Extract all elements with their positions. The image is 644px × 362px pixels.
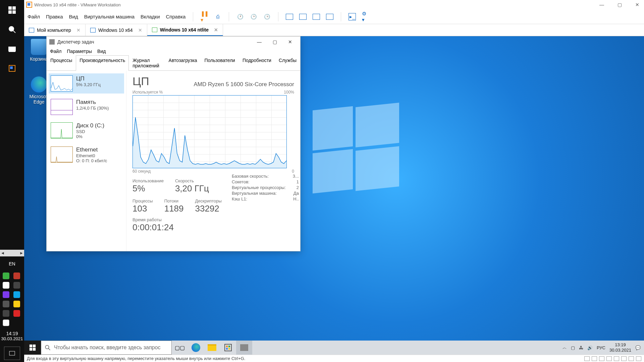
device-icon[interactable] — [584, 356, 590, 361]
tm-tab-apphistory[interactable]: Журнал приложений — [129, 55, 165, 70]
guest-edge-icon[interactable] — [188, 341, 204, 355]
toolbar-snapshot2-icon[interactable]: 🕑 — [250, 13, 257, 20]
host-taskbar-scroll[interactable]: ◄► — [0, 250, 24, 256]
toolbar-settings-icon[interactable]: ⚙ ▾ — [362, 13, 369, 20]
cpu-info-list: Базовая скорость:3... Сокетов:1 Виртуаль… — [232, 174, 299, 233]
host-show-desktop[interactable] — [4, 347, 20, 360]
tab-my-computer[interactable]: Мой компьютер✕ — [24, 24, 86, 36]
menu-edit[interactable]: Правка — [46, 14, 63, 19]
tm-tab-users[interactable]: Пользователи — [201, 55, 239, 70]
vmware-logo-icon — [26, 2, 32, 8]
tray-chevron-up-icon[interactable]: ︿ — [562, 345, 567, 351]
toolbar-pause-icon[interactable]: ❚❚ ▾ — [201, 13, 208, 20]
tm-tab-services[interactable]: Службы — [275, 55, 300, 70]
tray-notifications-icon[interactable]: 💬 — [635, 345, 641, 350]
host-lang-indicator[interactable]: EN — [9, 261, 15, 266]
task-manager-window: Диспетчер задач — ▢ ✕ Файл Параметры Вид… — [46, 36, 301, 251]
tray-icon-6[interactable] — [13, 291, 20, 298]
device-icon[interactable] — [606, 356, 612, 361]
toolbar-send-icon[interactable]: ⎙ — [214, 13, 221, 20]
tm-menu-file[interactable]: Файл — [50, 49, 61, 54]
sidebar-item-ethernet[interactable]: EthernetEthernet0О: 0 П: 0 кбит/с — [49, 144, 124, 165]
vmware-close-button[interactable]: ✕ — [633, 1, 642, 9]
host-vmware-button[interactable] — [4, 60, 20, 76]
sidebar-item-memory[interactable]: Память1,2/4,0 ГБ (30%) — [49, 97, 124, 117]
guest-store-icon[interactable] — [220, 341, 236, 355]
memory-minichart — [51, 99, 73, 115]
guest-taskview-icon[interactable]: ▢▢ — [172, 341, 188, 355]
tray-icon-3[interactable] — [3, 282, 9, 289]
toolbar-snapshot-icon[interactable]: 🕐 — [236, 13, 244, 20]
tm-tab-performance[interactable]: Производительность — [76, 55, 129, 71]
menu-file[interactable]: Файл — [28, 14, 40, 19]
cpu-minichart — [51, 75, 73, 92]
tm-minimize-button[interactable]: — — [252, 37, 267, 47]
guest-explorer-icon[interactable] — [204, 341, 220, 355]
close-icon[interactable]: ✕ — [76, 27, 80, 33]
vmware-maximize-button[interactable]: ▢ — [615, 1, 625, 9]
host-date: 30.03.2021 — [1, 336, 23, 341]
tray-volume-icon[interactable] — [3, 319, 9, 326]
tray-icon-8[interactable] — [13, 301, 20, 307]
tm-tab-processes[interactable]: Процессы — [47, 55, 76, 70]
device-icon[interactable] — [614, 356, 619, 361]
close-icon[interactable]: ✕ — [214, 27, 218, 33]
tray-icon-9[interactable] — [3, 310, 9, 317]
device-icon[interactable] — [636, 356, 641, 361]
toolbar-fullscreen-icon[interactable] — [313, 13, 320, 20]
tray-icon-4[interactable] — [13, 282, 20, 289]
tray-icon-5[interactable] — [3, 291, 9, 298]
sidebar-item-disk[interactable]: Диск 0 (C:)SSD0% — [49, 120, 124, 141]
close-icon[interactable]: ✕ — [138, 27, 142, 33]
tray-icon-1[interactable] — [3, 273, 9, 279]
guest-taskmgr-icon[interactable] — [236, 341, 252, 355]
guest-lang[interactable]: РУС — [597, 345, 605, 350]
tray-volume-icon[interactable]: 🔊 — [587, 345, 593, 350]
device-icon[interactable] — [629, 356, 634, 361]
vmware-tabs: Мой компьютер✕ Windows 10 x64✕ Windows 1… — [24, 24, 644, 36]
host-taskview-button[interactable] — [4, 41, 20, 57]
toolbar-snapshot3-icon[interactable]: 🕒 — [263, 13, 271, 20]
toolbar-console-icon[interactable]: ▸_ — [348, 13, 356, 20]
windows-logo-wallpaper — [313, 108, 398, 194]
tm-menu-options[interactable]: Параметры — [67, 49, 92, 54]
tray-icon-2[interactable] — [13, 273, 20, 279]
tm-menu-view[interactable]: Вид — [97, 49, 106, 54]
tm-tab-details[interactable]: Подробности — [239, 55, 275, 70]
tm-tab-startup[interactable]: Автозагрузка — [165, 55, 201, 70]
toolbar-view2-icon[interactable] — [299, 13, 307, 20]
menu-help[interactable]: Справка — [166, 14, 186, 19]
device-icon[interactable] — [592, 356, 597, 361]
menu-view[interactable]: Вид — [69, 14, 78, 19]
recycle-bin-icon — [31, 39, 47, 55]
toolbar-unity-icon[interactable] — [326, 13, 333, 20]
tray-icon-7[interactable] — [3, 301, 9, 307]
host-search-button[interactable] — [4, 21, 20, 38]
tray-icon-10[interactable] — [13, 310, 20, 317]
guest-clock[interactable]: 13:1930.03.2021 — [609, 342, 631, 353]
tm-tabs: Процессы Производительность Журнал прило… — [47, 55, 300, 71]
vmware-minimize-button[interactable]: — — [597, 1, 607, 9]
menu-tabs[interactable]: Вкладки — [141, 14, 160, 19]
tm-titlebar[interactable]: Диспетчер задач — ▢ ✕ — [47, 37, 300, 47]
toolbar-view1-icon[interactable] — [286, 13, 293, 20]
sidebar-item-cpu[interactable]: ЦП5% 3,20 ГГц — [49, 73, 124, 94]
device-icon[interactable] — [621, 356, 627, 361]
guest-search-box[interactable]: Чтобы начать поиск, введите здесь запрос — [41, 341, 172, 355]
guest-start-button[interactable] — [24, 341, 41, 355]
edge-icon — [31, 76, 47, 93]
tm-app-icon — [49, 39, 55, 45]
host-clock[interactable]: 14:19 30.03.2021 — [1, 331, 23, 343]
tab-win10-ntlite[interactable]: Windows 10 x64 ntlite✕ — [147, 24, 223, 36]
monitor-icon — [29, 28, 34, 33]
device-icon[interactable] — [599, 356, 604, 361]
menu-vm[interactable]: Виртуальная машина — [84, 14, 135, 19]
tray-onedrive-icon[interactable]: ▢ — [571, 345, 575, 350]
tm-close-button[interactable]: ✕ — [283, 37, 298, 47]
svg-rect-3 — [12, 10, 16, 14]
host-start-button[interactable] — [4, 2, 20, 18]
tm-maximize-button[interactable]: ▢ — [267, 37, 282, 47]
tab-win10[interactable]: Windows 10 x64✕ — [86, 24, 147, 36]
guest-desktop[interactable]: Корзина Microsoft Edge Диспетчер задач —… — [24, 36, 644, 355]
tray-network-icon[interactable]: 🖧 — [579, 345, 583, 350]
